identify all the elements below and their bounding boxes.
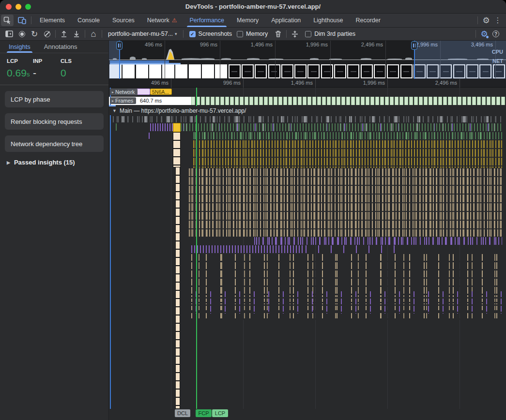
close-window-button[interactable] <box>6 4 12 10</box>
insight-card-network-dependency-tree[interactable]: Network dependency tree <box>5 135 104 152</box>
clear-recording-button[interactable] <box>41 28 53 40</box>
flame-chart-band[interactable] <box>189 168 502 237</box>
device-toolbar-button[interactable] <box>15 14 29 27</box>
save-profile-button[interactable] <box>70 28 83 40</box>
filmstrip-frame[interactable] <box>307 64 320 78</box>
warning-icon: ⚠ <box>172 17 177 23</box>
tab-application[interactable]: Application <box>265 14 307 27</box>
filmstrip-frame[interactable] <box>294 64 307 78</box>
window-right-handle[interactable] <box>411 41 417 50</box>
dim-3rd-parties-checkbox-row[interactable]: ✓ Dim 3rd parties <box>301 30 359 37</box>
settings-gear-icon[interactable]: ⚙ <box>480 15 492 26</box>
main-track-header[interactable]: ▼ Main — https://portfolio-amber-mu-57.v… <box>109 106 506 115</box>
filmstrip-frame[interactable] <box>334 64 346 78</box>
cpu-activity-bump <box>200 58 215 60</box>
insight-cards: LCP by phaseRender blocking requestsNetw… <box>0 85 108 152</box>
minimize-window-button[interactable] <box>15 4 21 10</box>
filmstrip-frame[interactable] <box>281 64 293 78</box>
filmstrip-frame[interactable] <box>189 64 201 78</box>
passed-insights-row[interactable]: ▶ Passed insights (15) <box>0 152 108 166</box>
flame-chart-task[interactable] <box>149 133 150 139</box>
frames-track-toggle[interactable]: ▸ Frames <box>110 97 136 104</box>
filmstrip-frame[interactable] <box>215 64 227 78</box>
target-dropdown[interactable]: portfolio-amber-mu-57... ▾ <box>104 30 181 37</box>
screenshots-checkbox[interactable]: ✓ <box>189 31 196 37</box>
flame-chart-band[interactable] <box>303 245 405 253</box>
more-options-icon[interactable]: ⋮ <box>492 16 503 25</box>
filmstrip-frame[interactable] <box>123 64 135 78</box>
filmstrip-frame[interactable] <box>149 64 161 78</box>
filmstrip-frame[interactable] <box>268 64 280 78</box>
network-track-toggle[interactable]: ▸ Network <box>110 89 138 95</box>
tab-sources[interactable]: Sources <box>106 14 141 27</box>
flame-chart-band[interactable] <box>191 245 303 253</box>
tab-label: Lighthouse <box>313 17 343 24</box>
zoom-window-button[interactable] <box>25 4 31 10</box>
sidebar-tab-insights[interactable]: Insights <box>9 41 31 53</box>
home-button[interactable]: ⌂ <box>87 28 100 40</box>
screenshots-checkbox-row[interactable]: ✓ Screenshots <box>185 30 236 37</box>
tab-recorder[interactable]: Recorder <box>350 14 387 27</box>
sidebar-tab-annotations[interactable]: Annotations <box>44 41 77 53</box>
flame-chart-band[interactable] <box>113 116 502 122</box>
tab-elements[interactable]: Elements <box>33 14 71 27</box>
capture-settings-gear-icon[interactable]: ⚙ <box>478 29 491 39</box>
dim-3rd-parties-checkbox[interactable]: ✓ <box>305 31 311 37</box>
marker-fcp[interactable]: FCP <box>196 409 212 417</box>
marker-dcl[interactable]: DCL <box>175 409 190 417</box>
filmstrip-frame[interactable] <box>255 64 267 78</box>
reload-and-record-button[interactable]: ↻ <box>28 28 41 40</box>
ruler-tick-label: 1,496 ms <box>291 80 315 86</box>
tab-console[interactable]: Console <box>71 14 106 27</box>
memory-checkbox[interactable]: ✓ <box>237 31 243 37</box>
filmstrip-frame[interactable] <box>400 64 413 78</box>
insight-card-lcp-by-phase[interactable]: LCP by phase <box>5 91 104 107</box>
inspect-element-button[interactable] <box>0 14 15 27</box>
tab-network[interactable]: Network⚠ <box>141 14 184 27</box>
separator <box>55 30 56 38</box>
insight-card-render-blocking-requests[interactable]: Render blocking requests <box>5 113 104 130</box>
filmstrip-frame[interactable] <box>374 64 386 78</box>
filmstrip-frame[interactable] <box>162 64 174 78</box>
shortcuts-dialog-button[interactable] <box>289 28 301 40</box>
flame-chart-band[interactable] <box>254 237 502 245</box>
filmstrip-frame[interactable] <box>361 64 373 78</box>
memory-checkbox-row[interactable]: ✓ Memory <box>236 30 272 37</box>
filmstrip-frame[interactable] <box>387 64 399 78</box>
marker-lcp[interactable]: LCP <box>212 409 228 417</box>
help-icon[interactable]: ? <box>492 30 499 37</box>
tab-memory[interactable]: Memory <box>230 14 265 27</box>
filmstrip-frame[interactable] <box>321 64 333 78</box>
load-profile-button[interactable] <box>58 28 70 40</box>
record-button[interactable] <box>15 28 28 40</box>
filmstrip-frame[interactable] <box>229 64 241 78</box>
network-track-label: Network <box>115 89 135 95</box>
flame-chart-band[interactable] <box>150 123 173 131</box>
filmstrip-frame[interactable] <box>136 64 148 78</box>
toggle-sidebar-button[interactable] <box>3 28 15 40</box>
flame-chart-band[interactable] <box>181 123 502 131</box>
eval-script-column[interactable] <box>175 167 180 409</box>
tab-performance[interactable]: Performance <box>183 14 230 27</box>
long-task-block[interactable] <box>173 123 181 132</box>
flame-chart-band[interactable] <box>193 140 502 168</box>
eval-script-column-top[interactable] <box>173 132 181 167</box>
network-request-script[interactable]: 5N6A... <box>150 89 172 95</box>
flame-chart-task[interactable] <box>122 117 123 122</box>
window-left-handle[interactable] <box>116 41 123 50</box>
filmstrip-frame[interactable] <box>175 64 187 78</box>
filmstrip-frame[interactable] <box>202 64 214 78</box>
memory-label: Memory <box>246 30 268 37</box>
filmstrip-frame[interactable] <box>347 64 359 78</box>
flame-chart-band[interactable] <box>193 132 502 139</box>
flame-chart-task[interactable] <box>116 123 117 131</box>
ruler-tick-label: 2,496 ms <box>435 80 460 86</box>
timeline-overview[interactable]: CPU NET 496 ms996 ms1,496 ms1,996 ms2,49… <box>109 41 506 79</box>
flame-chart-band[interactable] <box>191 291 504 314</box>
filmstrip-frame[interactable] <box>242 64 254 78</box>
tab-label: Recorder <box>356 17 381 24</box>
overview-tick-label: 1,496 ms <box>251 42 275 47</box>
cpu-activity-bump <box>405 58 412 60</box>
tab-lighthouse[interactable]: Lighthouse <box>307 14 349 27</box>
collect-garbage-button[interactable] <box>272 28 284 40</box>
